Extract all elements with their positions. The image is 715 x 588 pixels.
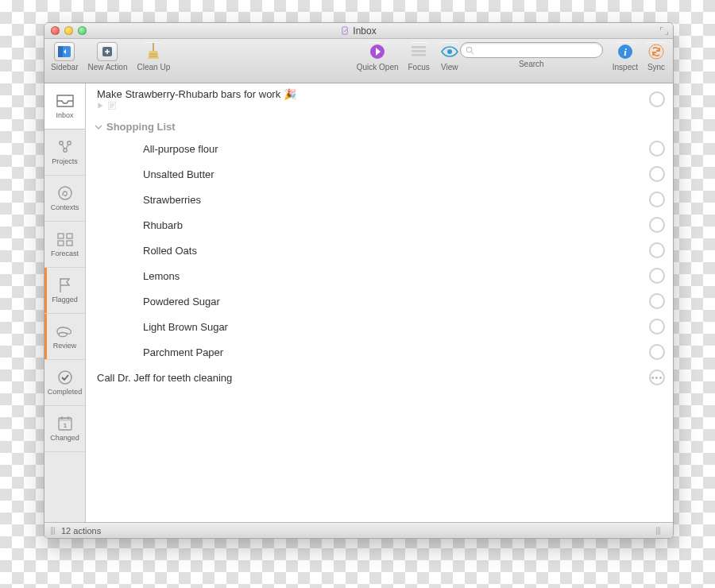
focus-button[interactable]: Focus xyxy=(408,42,430,72)
sidebar-item-forecast[interactable]: Forecast xyxy=(44,222,85,268)
task-row[interactable]: Lemons xyxy=(86,263,673,288)
task-row[interactable]: Unsalted Butter xyxy=(86,161,673,187)
minimize-button[interactable] xyxy=(64,26,73,35)
grip-icon[interactable] xyxy=(51,527,55,535)
status-circle[interactable] xyxy=(649,268,665,284)
sidebar-item-projects[interactable]: Projects xyxy=(44,130,85,176)
task-row[interactable]: Light Brown Sugar xyxy=(86,314,673,339)
fullscreen-icon[interactable] xyxy=(660,27,668,35)
svg-point-24 xyxy=(59,371,72,384)
window-title-wrap: Inbox xyxy=(44,25,673,37)
main-list: Make Strawberry-Rhubarb bars for work 🎉 … xyxy=(86,83,673,522)
inspect-button[interactable]: i Inspect xyxy=(613,42,638,72)
quick-open-icon xyxy=(369,44,385,60)
group-title: Shopping List xyxy=(106,121,176,133)
svg-point-16 xyxy=(67,141,70,145)
sidebar-item-flagged[interactable]: Flagged xyxy=(44,268,85,314)
projects-icon xyxy=(56,139,74,155)
clean-up-button[interactable]: Clean Up xyxy=(137,42,171,72)
task-row[interactable]: Rhubarb xyxy=(86,212,673,238)
status-circle[interactable] xyxy=(649,166,665,182)
focus-icon xyxy=(412,45,426,58)
svg-rect-6 xyxy=(412,46,426,48)
eye-icon xyxy=(441,46,458,57)
svg-rect-21 xyxy=(58,241,64,246)
status-circle[interactable] xyxy=(649,217,665,233)
svg-rect-8 xyxy=(412,54,426,56)
status-circle[interactable] xyxy=(649,293,665,309)
app-window: Inbox Sidebar New Action Clean Up Quick … xyxy=(44,22,674,539)
sync-icon xyxy=(648,44,664,60)
body: Inbox Projects Contexts Forecast Flagged… xyxy=(44,83,673,522)
task-row[interactable]: Powdered Sugar xyxy=(86,288,673,314)
flag-icon xyxy=(56,277,74,293)
sidebar: Inbox Projects Contexts Forecast Flagged… xyxy=(44,83,86,522)
status-circle[interactable] xyxy=(649,242,665,258)
svg-point-17 xyxy=(63,149,66,152)
task-row[interactable]: Parchment Paper xyxy=(86,339,673,365)
task-row[interactable]: Make Strawberry-Rhubarb bars for work 🎉 xyxy=(86,83,673,114)
sync-button[interactable]: Sync xyxy=(646,42,667,72)
status-circle[interactable] xyxy=(649,319,665,335)
task-title: Make Strawberry-Rhubarb bars for work 🎉 xyxy=(97,88,296,100)
forecast-icon xyxy=(56,231,74,247)
task-row[interactable]: Call Dr. Jeff for teeth cleaning xyxy=(86,365,673,390)
broom-icon xyxy=(146,43,160,60)
quick-open-button[interactable]: Quick Open xyxy=(357,42,399,72)
group-header[interactable]: Shopping List xyxy=(86,114,673,136)
sidebar-item-review[interactable]: Review xyxy=(44,314,85,360)
review-icon xyxy=(56,323,74,339)
statusbar: 12 actions xyxy=(44,522,673,538)
disclosure-icon xyxy=(97,102,105,110)
window-controls xyxy=(51,26,87,35)
svg-line-11 xyxy=(471,52,473,54)
svg-rect-7 xyxy=(412,50,426,52)
zoom-button[interactable] xyxy=(78,26,87,35)
status-count: 12 actions xyxy=(61,526,101,536)
svg-rect-0 xyxy=(342,27,347,34)
chevron-down-icon[interactable] xyxy=(94,122,103,132)
search-input[interactable] xyxy=(477,45,597,55)
calendar-icon: 1 xyxy=(56,416,74,431)
svg-rect-4 xyxy=(153,43,154,51)
sidebar-item-contexts[interactable]: Contexts xyxy=(44,176,85,222)
window-title: Inbox xyxy=(353,25,376,37)
svg-rect-19 xyxy=(58,234,64,238)
plus-icon xyxy=(101,45,114,58)
status-circle-more[interactable] xyxy=(649,369,665,385)
svg-point-23 xyxy=(59,333,67,337)
sidebar-item-inbox[interactable]: Inbox xyxy=(44,83,85,130)
view-button[interactable]: View xyxy=(439,42,460,72)
sidebar-icon xyxy=(58,46,71,57)
close-button[interactable] xyxy=(51,26,60,35)
contexts-icon xyxy=(56,185,74,201)
info-icon: i xyxy=(617,44,633,60)
note-indicator[interactable] xyxy=(97,102,296,110)
new-action-button[interactable]: New Action xyxy=(87,42,127,72)
status-circle[interactable] xyxy=(649,344,665,360)
svg-text:i: i xyxy=(624,46,627,58)
svg-point-18 xyxy=(59,187,72,199)
search-icon xyxy=(466,46,474,55)
status-circle[interactable] xyxy=(649,91,665,107)
task-row[interactable]: Rolled Oats xyxy=(86,238,673,263)
note-icon xyxy=(108,102,116,110)
search-field[interactable] xyxy=(460,42,603,58)
sidebar-item-completed[interactable]: Completed xyxy=(44,360,85,406)
sidebar-toggle-button[interactable]: Sidebar xyxy=(51,42,78,72)
svg-point-10 xyxy=(466,47,471,52)
svg-point-14 xyxy=(649,44,663,59)
task-row[interactable]: All-purpose flour xyxy=(86,136,673,161)
grip-icon-right[interactable] xyxy=(656,527,660,535)
titlebar: Inbox xyxy=(44,23,673,39)
svg-rect-2 xyxy=(58,46,63,57)
sidebar-item-changed[interactable]: 1 Changed xyxy=(44,406,85,452)
status-circle[interactable] xyxy=(649,141,665,157)
svg-text:1: 1 xyxy=(63,422,67,429)
task-row[interactable]: Strawberries xyxy=(86,187,673,212)
svg-rect-26 xyxy=(59,418,72,421)
search-label: Search xyxy=(519,60,544,68)
document-icon xyxy=(341,26,350,35)
svg-point-15 xyxy=(59,141,62,145)
status-circle[interactable] xyxy=(649,191,665,207)
